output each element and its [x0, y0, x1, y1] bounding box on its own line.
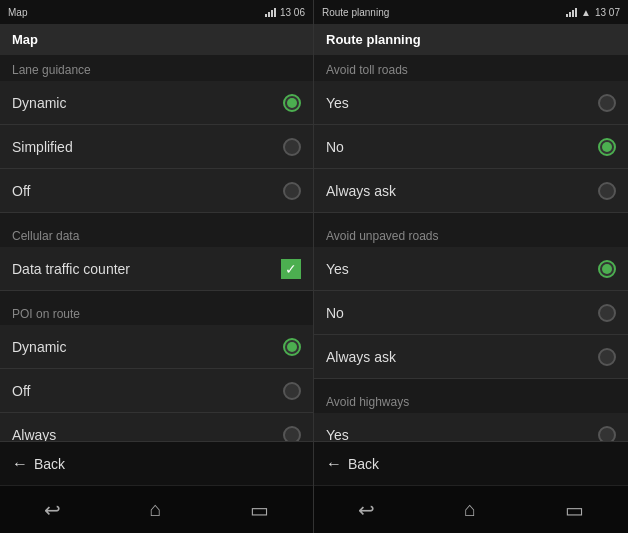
- item-label: Off: [12, 383, 30, 399]
- item-label: Always ask: [326, 183, 396, 199]
- checkbox-data-traffic[interactable]: ✓: [281, 259, 301, 279]
- spacer: [0, 213, 313, 221]
- nav-back-icon[interactable]: ↩: [28, 490, 77, 530]
- item-label: No: [326, 305, 344, 321]
- list-item[interactable]: Dynamic: [0, 81, 313, 125]
- item-label: No: [326, 139, 344, 155]
- section-lane-guidance: Lane guidance: [0, 55, 313, 81]
- radio-always-poi[interactable]: [283, 426, 301, 442]
- list-item[interactable]: Always ask: [314, 169, 628, 213]
- left-bottom-bar: ← Back: [0, 441, 313, 485]
- radio-toll-always[interactable]: [598, 182, 616, 200]
- section-avoid-toll: Avoid toll roads: [314, 55, 628, 81]
- nav-apps-icon[interactable]: ▭: [234, 490, 285, 530]
- radio-toll-yes[interactable]: [598, 94, 616, 112]
- section-cellular-data: Cellular data: [0, 221, 313, 247]
- right-status-right: ▲ 13 07: [566, 7, 620, 18]
- right-panel: Route planning ▲ 13 07 Route planning Av…: [314, 0, 628, 533]
- right-time: 13 07: [595, 7, 620, 18]
- nav-home-icon[interactable]: ⌂: [133, 490, 177, 529]
- item-label: Dynamic: [12, 95, 66, 111]
- back-arrow-icon: ←: [326, 455, 342, 473]
- list-item[interactable]: Yes: [314, 81, 628, 125]
- radio-dynamic[interactable]: [283, 94, 301, 112]
- radio-simplified[interactable]: [283, 138, 301, 156]
- list-item[interactable]: No: [314, 125, 628, 169]
- nav-apps-icon[interactable]: ▭: [549, 490, 600, 530]
- section-avoid-unpaved: Avoid unpaved roads: [314, 221, 628, 247]
- left-page-title: Map: [0, 24, 313, 55]
- wifi-icon: ▲: [581, 7, 591, 18]
- nav-back-icon[interactable]: ↩: [342, 490, 391, 530]
- back-label: Back: [348, 456, 379, 472]
- radio-toll-no[interactable]: [598, 138, 616, 156]
- right-page-title: Route planning: [314, 24, 628, 55]
- item-label: Always ask: [326, 349, 396, 365]
- right-status-bar: Route planning ▲ 13 07: [314, 0, 628, 24]
- right-nav-bar: ↩ ⌂ ▭: [314, 485, 628, 533]
- item-label: Off: [12, 183, 30, 199]
- right-status-title: Route planning: [322, 7, 389, 18]
- right-bottom-bar: ← Back: [314, 441, 628, 485]
- signal-icon: [265, 7, 276, 17]
- left-time: 13 06: [280, 7, 305, 18]
- radio-dynamic-poi[interactable]: [283, 338, 301, 356]
- nav-home-icon[interactable]: ⌂: [448, 490, 492, 529]
- spacer: [314, 213, 628, 221]
- item-label: Yes: [326, 261, 349, 277]
- item-label: Always: [12, 427, 56, 442]
- back-arrow-icon: ←: [12, 455, 28, 473]
- item-label: Yes: [326, 427, 349, 442]
- left-content: Lane guidance Dynamic Simplified Off Cel…: [0, 55, 313, 441]
- item-label: Dynamic: [12, 339, 66, 355]
- list-item[interactable]: Dynamic: [0, 325, 313, 369]
- back-button-right[interactable]: ← Back: [326, 455, 379, 473]
- radio-unpaved-always[interactable]: [598, 348, 616, 366]
- list-item[interactable]: Yes: [314, 247, 628, 291]
- list-item[interactable]: Yes: [314, 413, 628, 441]
- list-item[interactable]: Always: [0, 413, 313, 441]
- spacer: [0, 291, 313, 299]
- section-avoid-highways: Avoid highways: [314, 387, 628, 413]
- left-status-title: Map: [8, 7, 27, 18]
- list-item[interactable]: Data traffic counter ✓: [0, 247, 313, 291]
- section-poi-on-route: POI on route: [0, 299, 313, 325]
- radio-off[interactable]: [283, 182, 301, 200]
- left-nav-bar: ↩ ⌂ ▭: [0, 485, 313, 533]
- item-label: Data traffic counter: [12, 261, 130, 277]
- radio-highway-yes[interactable]: [598, 426, 616, 442]
- list-item[interactable]: Simplified: [0, 125, 313, 169]
- left-status-bar: Map 13 06: [0, 0, 313, 24]
- left-status-right: 13 06: [265, 7, 305, 18]
- right-content: Avoid toll roads Yes No Always ask Avoid…: [314, 55, 628, 441]
- back-label: Back: [34, 456, 65, 472]
- item-label: Simplified: [12, 139, 73, 155]
- list-item[interactable]: Off: [0, 369, 313, 413]
- item-label: Yes: [326, 95, 349, 111]
- signal-icon: [566, 7, 577, 17]
- list-item[interactable]: No: [314, 291, 628, 335]
- back-button[interactable]: ← Back: [12, 455, 65, 473]
- spacer: [314, 379, 628, 387]
- list-item[interactable]: Always ask: [314, 335, 628, 379]
- left-panel: Map 13 06 Map Lane guidance Dynamic Simp…: [0, 0, 314, 533]
- radio-off-poi[interactable]: [283, 382, 301, 400]
- radio-unpaved-no[interactable]: [598, 304, 616, 322]
- radio-unpaved-yes[interactable]: [598, 260, 616, 278]
- list-item[interactable]: Off: [0, 169, 313, 213]
